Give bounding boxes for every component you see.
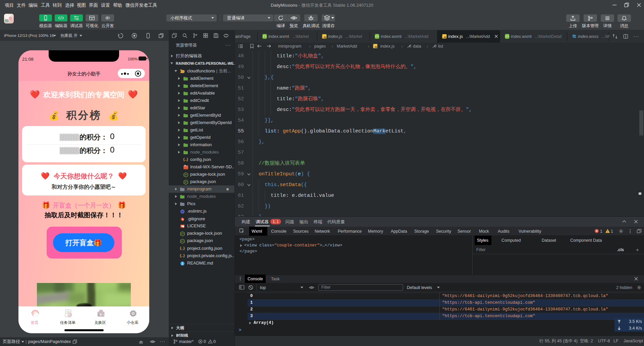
svg-text:{..}: {..} [180,247,185,250]
svg-text:{..}: {..} [180,254,185,258]
svg-text:{..}: {..} [183,158,189,162]
svg-text:JS: JS [374,46,377,48]
svg-text:JS: JS [443,36,446,39]
svg-text:JS: JS [323,36,326,39]
